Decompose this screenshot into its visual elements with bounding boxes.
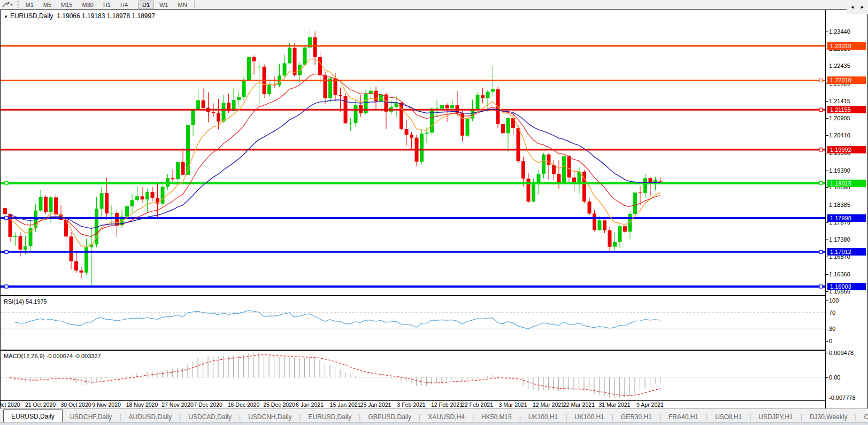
chart-tab[interactable]: USDCAD,Daily xyxy=(181,411,239,423)
axis-tick-label: 1.22435 xyxy=(829,62,850,69)
date-axis-label: 9 Apr 2021 xyxy=(636,401,664,408)
chart-tab[interactable]: FRA40,H1 xyxy=(661,411,706,423)
timeframe-button-m1[interactable]: M1 xyxy=(21,1,38,9)
axis-tick-label: 1.20905 xyxy=(829,114,850,122)
date-axis-label: 18 Nov 2020 xyxy=(126,401,158,408)
timeframe-button-m30[interactable]: M30 xyxy=(78,1,97,9)
chart-tab[interactable]: UK100,H1 xyxy=(567,411,611,423)
price-tag: 1.19015 xyxy=(827,180,866,187)
price-tag: 1.16003 xyxy=(827,283,866,290)
date-axis-label: 9 Nov 2020 xyxy=(92,401,121,408)
date-axis-label: 25 Dec 2020 xyxy=(263,401,295,408)
chart-tab[interactable]: AUDUSD,Daily xyxy=(121,411,180,423)
macd-value: -0.000674 xyxy=(46,353,73,359)
date-axis-label: 22 Feb 2021 xyxy=(462,401,493,408)
date-axis-label: 16 Dec 2020 xyxy=(228,401,260,408)
chart-symbol-label: EURUSD,Daily xyxy=(10,12,53,20)
axis-tick-label: 1.16360 xyxy=(829,271,850,278)
price-chart-panel[interactable] xyxy=(1,10,826,295)
date-axis-label: 25 Jan 2021 xyxy=(360,401,391,408)
timeframe-button-h4[interactable]: H4 xyxy=(116,1,132,9)
macd-signal-value: -0.003327 xyxy=(74,353,101,359)
scroll-left-icon[interactable]: ◄ xyxy=(850,4,855,10)
chart-tab[interactable]: GER30,H1 xyxy=(613,411,659,423)
timeframe-button-mn[interactable]: MN xyxy=(174,1,191,9)
line-studies-icon xyxy=(2,1,10,8)
timeframe-toolbar: ▾ M1M5M15M30H1H4D1W1MN xyxy=(0,0,868,10)
timeframe-button-w1[interactable]: W1 xyxy=(155,1,173,9)
axis-tick-label: 1.19390 xyxy=(829,167,850,174)
chart-tab[interactable]: CHINA300,H1 xyxy=(857,411,868,423)
scroll-right-icon[interactable]: ► xyxy=(860,4,865,10)
price-tag: 1.17012 xyxy=(827,248,866,256)
timeframe-button-d1[interactable]: D1 xyxy=(138,1,154,9)
price-chart-canvas[interactable] xyxy=(1,10,826,295)
chart-tab-active[interactable]: EURUSD,Daily xyxy=(3,409,63,423)
chart-tab[interactable]: XAUUSD,H4 xyxy=(420,411,472,423)
price-tag: 1.17998 xyxy=(827,214,866,222)
date-axis-label: 7 Dec 2020 xyxy=(194,401,222,408)
chart-tab[interactable]: GBPUSD,Daily xyxy=(360,411,419,423)
date-axis-label: 22 Mar 2021 xyxy=(563,401,595,408)
ohlc-low: 1.18978 xyxy=(107,12,130,20)
toolbar-grip[interactable] xyxy=(17,1,19,8)
axis-tick-label: 1.18385 xyxy=(829,201,850,208)
date-axis-label: 12 Mar 2021 xyxy=(533,401,564,408)
axis-tick-label: 1.21415 xyxy=(829,97,850,105)
axis-tick-label: 70 xyxy=(829,309,835,316)
axis-tick-label: 30 xyxy=(829,325,835,333)
axis-tick-label: 1.23440 xyxy=(829,28,850,35)
axis-tick-label: 1.17380 xyxy=(829,236,850,243)
rsi-panel[interactable] xyxy=(1,296,826,350)
macd-name: MACD(12,26,9) xyxy=(4,353,44,359)
date-axis-label: 15 Jan 2021 xyxy=(330,401,361,408)
chart-ohlc-header: ▼EURUSD,Daily 1.19066 1.19183 1.18978 1.… xyxy=(4,12,155,20)
chart-window: ▼EURUSD,Daily 1.19066 1.19183 1.18978 1.… xyxy=(0,10,868,409)
chart-tabbar: EURUSD,DailyUSDCHF,Daily|AUDUSD,Daily|US… xyxy=(0,408,868,423)
date-axis-label: 6 Jan 2021 xyxy=(296,401,324,408)
ohlc-close: 1.18997 xyxy=(132,12,155,20)
macd-canvas[interactable] xyxy=(1,351,826,400)
chart-tab[interactable]: HK50,M15 xyxy=(474,411,519,423)
chart-tab[interactable]: USDCHF,Daily xyxy=(63,411,120,423)
chart-tab[interactable]: EURUSD,Daily xyxy=(301,411,359,423)
rsi-canvas[interactable] xyxy=(1,296,826,350)
status-strip xyxy=(0,422,868,425)
toolbar-separator xyxy=(194,1,195,8)
date-axis-label: 30 Oct 2020 xyxy=(60,401,91,408)
chart-tab[interactable]: USOil,H1 xyxy=(708,411,749,423)
axis-tick-label: 1.20410 xyxy=(829,132,850,139)
price-tag: 1.22010 xyxy=(827,76,866,84)
panel-separator xyxy=(1,400,867,401)
axis-tick-label: -0.007778 xyxy=(829,394,856,401)
chart-tab[interactable]: USDJPY,H1 xyxy=(751,411,800,423)
rsi-value: 54.1975 xyxy=(26,298,47,305)
date-axis-label: 21 Oct 2020 xyxy=(25,401,56,408)
date-axis-label: 12 Feb 2021 xyxy=(431,401,463,408)
date-axis-label: 31 Mar 2021 xyxy=(599,401,631,408)
chart-tab[interactable]: USDCNH,Daily xyxy=(241,411,299,423)
axis-tick-label: 100 xyxy=(829,297,839,304)
timeframe-button-m5[interactable]: M5 xyxy=(39,1,56,9)
date-axis-label: 12 Oct 2020 xyxy=(0,401,20,408)
timeframe-button-m15[interactable]: M15 xyxy=(57,1,76,9)
chart-tab[interactable]: DJ30,Weekly xyxy=(802,411,855,423)
date-axis-label: 3 Feb 2021 xyxy=(397,401,425,408)
axis-tick-label: 0.009478 xyxy=(829,349,854,357)
timeframe-button-h1[interactable]: H1 xyxy=(99,1,115,9)
chart-tab[interactable]: UK100,H1 xyxy=(521,411,565,423)
ohlc-open: 1.19066 xyxy=(57,12,80,20)
axis-tick-label: 0 xyxy=(829,337,832,345)
macd-label: MACD(12,26,9) -0.000674 -0.003327 xyxy=(4,353,101,359)
line-studies-button[interactable]: ▾ xyxy=(0,1,15,9)
macd-panel[interactable] xyxy=(1,351,826,400)
rsi-label: RSI(14) 54.1975 xyxy=(4,298,47,305)
price-tag: 1.23019 xyxy=(827,42,866,50)
mt4-terminal: ▾ M1M5M15M30H1H4D1W1MN ▼EURUSD,Daily 1.1… xyxy=(0,0,868,425)
date-axis-label: 3 Mar 2021 xyxy=(498,401,527,408)
symbol-dropdown-icon[interactable]: ▼ xyxy=(4,14,8,19)
date-axis-label: 27 Nov 2020 xyxy=(162,401,194,408)
price-tag: 1.19992 xyxy=(827,146,866,153)
tab-scroll-arrows: ◄ ► xyxy=(847,0,868,14)
price-tag: 1.21155 xyxy=(827,106,866,113)
